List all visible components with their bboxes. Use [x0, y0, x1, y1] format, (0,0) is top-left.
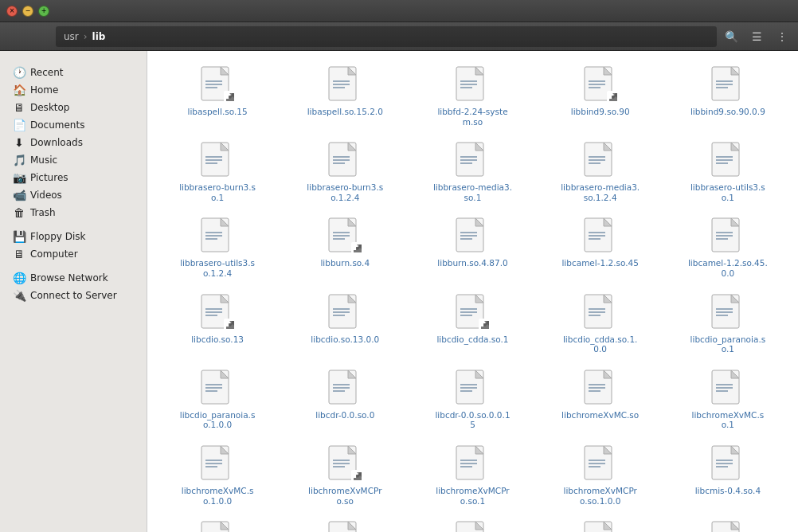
file-icon	[583, 291, 618, 333]
file-name: libcmis-0.4.so.4	[695, 486, 761, 496]
sidebar-item-downloads[interactable]: ⬇ Downloads	[0, 134, 147, 151]
sidebar-item-recent[interactable]: 🕐 Recent	[0, 64, 147, 81]
file-item[interactable]: libcmis-0.4.so.4.0.1	[155, 514, 280, 532]
file-icon-wrap	[452, 367, 493, 409]
file-icon	[327, 291, 362, 333]
file-name: libchromeXvMCPro.so	[305, 486, 385, 506]
trash-icon: 🗑	[13, 206, 25, 219]
sidebar-item-pictures[interactable]: 📷 Pictures	[0, 169, 147, 186]
file-item[interactable]: libburn.so.4	[283, 210, 407, 283]
file-item[interactable]: libcmis-c-0.4.	[410, 514, 534, 532]
file-item[interactable]: libbrasero-utils3.so.1	[666, 135, 790, 207]
file-name: libcdio.so.13.0.0	[311, 334, 379, 345]
menu-button[interactable]: ⋮	[771, 26, 793, 47]
file-item[interactable]: libchromeXvMCPro.so.1.0.0	[538, 438, 663, 510]
file-name: libbrasero-utils3.so.1	[688, 182, 768, 202]
sidebar-item-documents[interactable]: 📄 Documents	[0, 116, 147, 134]
file-item[interactable]: libbrasero-media3.so.1.2.4	[538, 135, 663, 207]
minimize-button[interactable]: −	[22, 6, 33, 17]
close-button[interactable]: ×	[6, 6, 18, 17]
file-icon-wrap	[707, 64, 749, 105]
sidebar-label-recent: Recent	[30, 67, 63, 78]
file-item[interactable]: libbrasero-utils3.so.1.2.4	[155, 210, 280, 283]
browse-network-icon: 🌐	[13, 272, 25, 284]
breadcrumb-lib[interactable]: lib	[89, 30, 109, 43]
sidebar-item-desktop[interactable]: 🖥 Desktop	[0, 99, 147, 116]
file-name: libcdio_paranoia.so.1	[688, 334, 768, 354]
back-button[interactable]	[5, 26, 27, 47]
file-icon-wrap	[197, 443, 238, 484]
file-item[interactable]: libcdio_paranoia.so.1.0.0	[155, 362, 280, 435]
file-item[interactable]: libcdr-0.0.so.0	[283, 362, 407, 435]
file-item[interactable]: libbind9.so.90	[538, 59, 663, 131]
file-name: libcdr-0.0.so.0.0.15	[432, 410, 512, 430]
file-icon-wrap	[197, 139, 238, 181]
file-icon	[455, 64, 490, 105]
file-icon-wrap	[452, 64, 493, 105]
sidebar-item-trash[interactable]: 🗑 Trash	[0, 204, 147, 221]
videos-icon: 📹	[13, 189, 25, 201]
forward-button[interactable]	[30, 26, 53, 47]
file-item[interactable]: libaspell.so.15.2.0	[283, 59, 407, 131]
file-item[interactable]: libcdio_cdda.so.1	[410, 287, 534, 359]
sidebar-label-home: Home	[30, 84, 58, 96]
sidebar-item-home[interactable]: 🏠 Home	[0, 81, 147, 99]
file-item[interactable]: libchromeXvMC.so.1.0.0	[155, 438, 280, 510]
toolbar: usr › lib 🔍 ☰ ⋮	[0, 22, 798, 51]
file-item[interactable]: libchromeXvMC.so.1	[666, 362, 790, 435]
file-item[interactable]: libchromeXvMC.so	[538, 362, 663, 435]
file-item[interactable]: libbrasero-burn3.so.1.2.4	[283, 135, 407, 207]
file-icon-wrap	[707, 291, 749, 333]
breadcrumb-usr[interactable]: usr	[61, 30, 82, 43]
file-item[interactable]: libcompizconfig.	[666, 514, 790, 532]
file-icon-wrap	[707, 367, 749, 409]
network-title	[0, 263, 147, 269]
file-icon-wrap	[452, 139, 493, 181]
file-item[interactable]: libbrasero-media3.so.1	[410, 135, 534, 207]
file-name: libbrasero-media3.so.1	[432, 182, 512, 202]
file-item[interactable]: libcdio_cdda.so.1.0.0	[538, 287, 663, 359]
maximize-button[interactable]: +	[38, 6, 49, 17]
sidebar-item-computer[interactable]: 🖥 Computer	[0, 245, 147, 263]
file-item[interactable]: libbind9.so.90.0.9	[666, 59, 790, 131]
file-item[interactable]: libchromeXvMCPro.so.1	[410, 438, 534, 510]
sidebar-item-floppy[interactable]: 💾 Floppy Disk	[0, 228, 147, 245]
file-item[interactable]: libbrasero-burn3.so.1	[155, 135, 280, 207]
sidebar-item-music[interactable]: 🎵 Music	[0, 151, 147, 169]
file-item[interactable]: libcdio.so.13	[155, 287, 280, 359]
file-icon-wrap	[580, 291, 621, 333]
floppy-icon: 💾	[13, 230, 25, 243]
sidebar-label-desktop: Desktop	[30, 102, 70, 113]
file-item[interactable]: libbfd-2.24-system.so	[410, 59, 534, 131]
file-item[interactable]: libcmis-0.4.so.4	[666, 438, 790, 510]
file-icon	[583, 443, 618, 484]
file-name: libbrasero-burn3.so.1	[178, 182, 257, 202]
file-item[interactable]: libcdio.so.13.0.0	[283, 287, 407, 359]
sidebar-label-browse-network: Browse Network	[30, 272, 108, 284]
file-icon-wrap	[452, 518, 493, 532]
file-item[interactable]: libcmis-c-0.4.so.4	[283, 514, 407, 532]
file-icon	[710, 215, 745, 256]
file-item[interactable]: libcamel-1.2.so.45.0.0	[666, 210, 790, 283]
sidebar-label-pictures: Pictures	[30, 172, 68, 183]
file-item[interactable]: libcdio_paranoia.so.1	[666, 287, 790, 359]
file-item[interactable]: libcdr-0.0.so.0.0.15	[410, 362, 534, 435]
view-options-button[interactable]: ☰	[745, 26, 768, 47]
file-item[interactable]: libaspell.so.15	[155, 59, 280, 131]
file-icon-wrap	[580, 367, 621, 409]
file-icon	[200, 139, 235, 181]
file-item[interactable]: libburn.so.4.87.0	[410, 210, 534, 283]
sidebar-item-browse-network[interactable]: 🌐 Browse Network	[0, 269, 147, 287]
file-icon-wrap	[324, 139, 366, 181]
sidebar-item-videos[interactable]: 📹 Videos	[0, 186, 147, 204]
file-item[interactable]: libchromeXvMCPro.so	[283, 438, 407, 510]
search-button[interactable]: 🔍	[720, 26, 742, 47]
sidebar-item-connect-server[interactable]: 🔌 Connect to Server	[0, 287, 147, 304]
file-name: libbind9.so.90.0.9	[690, 107, 765, 117]
window-controls: × − +	[6, 6, 49, 17]
file-name: libcdio_paranoia.so.1.0.0	[178, 410, 257, 430]
file-icon-wrap	[580, 64, 621, 105]
file-item[interactable]: libcamel-1.2.so.45	[538, 210, 663, 283]
file-icon-wrap	[324, 443, 366, 484]
file-item[interactable]: libcompizconfig.	[538, 514, 663, 532]
